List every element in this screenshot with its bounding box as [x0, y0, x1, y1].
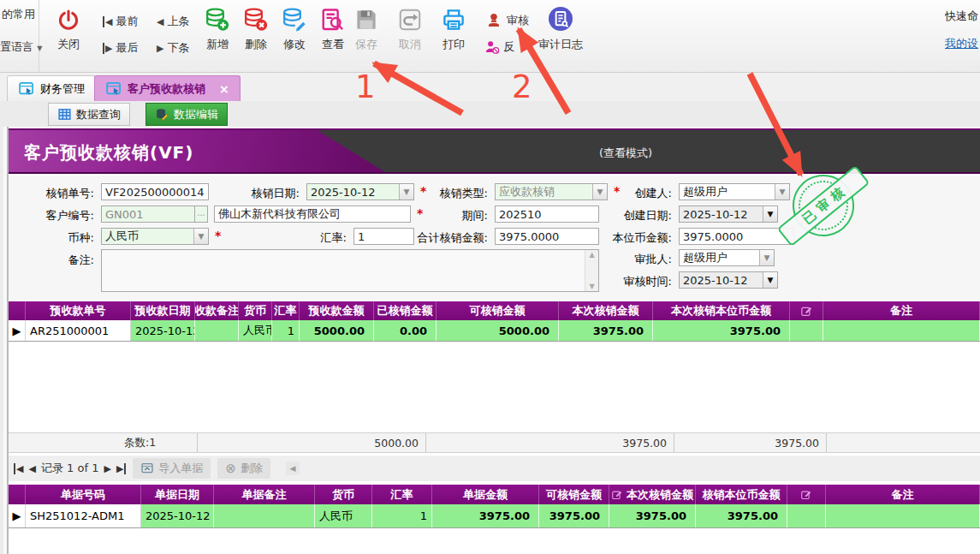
prev-record-button[interactable]: ◀上条 — [157, 14, 189, 29]
tab-customer-prepayment-writeoff[interactable]: 客户预收款核销 × — [94, 75, 241, 101]
col-header[interactable]: 预收款金额 — [300, 301, 374, 320]
col-header[interactable]: 核销本位币金额 — [696, 485, 787, 504]
chevron-down-icon[interactable]: ▼ — [759, 250, 774, 265]
total-amount: 5000.00 — [198, 433, 426, 452]
next-record-button[interactable]: ▶下条 — [157, 40, 189, 56]
modify-button[interactable]: 修改 — [276, 7, 313, 52]
cell-date[interactable]: 2025-10-12 — [141, 504, 214, 527]
unaudit-button[interactable]: 反 — [484, 39, 514, 55]
nav-next-icon[interactable]: ▶ — [104, 463, 110, 474]
save-button[interactable]: 保存 — [347, 7, 385, 52]
col-header[interactable]: 单据备注 — [214, 485, 315, 504]
col-header[interactable]: 已核销金额 — [374, 301, 437, 320]
language-dropdown-arrow[interactable]: ▼ — [37, 45, 42, 52]
currency-combo[interactable]: 人民币 ▼ — [101, 228, 209, 245]
col-header[interactable]: 备注 — [826, 485, 980, 504]
col-header[interactable]: 可核销金额 — [437, 301, 559, 320]
audit-log-button[interactable]: 审计日志 — [532, 5, 589, 52]
chevron-down-icon[interactable]: ▼ — [193, 229, 208, 244]
close-button[interactable]: 关闭 — [50, 9, 87, 52]
cell-doc-no[interactable]: AR251000001 — [26, 320, 131, 341]
cell-remark[interactable] — [214, 504, 315, 527]
cancel-button[interactable]: 取消 — [391, 7, 429, 52]
nav-first-icon[interactable]: ◀ — [14, 463, 23, 474]
prev-icon: ◀ — [157, 16, 163, 27]
tab-close-icon[interactable]: × — [219, 82, 229, 96]
col-header[interactable]: 货币 — [315, 485, 372, 504]
audit-button[interactable]: 审核 — [484, 11, 529, 30]
approver-combo[interactable]: 超级用户 ▼ — [679, 249, 775, 266]
period-field[interactable]: 202510 — [495, 206, 599, 223]
col-header[interactable]: 单据号码 — [26, 485, 141, 504]
total-this-amount: 3975.00 — [426, 433, 674, 452]
cell-currency[interactable]: 人民币 — [315, 504, 372, 527]
writeoff-type-combo[interactable]: 应收款核销 ▼ — [495, 183, 608, 200]
cell-this-base[interactable]: 3975.00 — [653, 320, 790, 341]
add-button[interactable]: 新增 — [199, 7, 236, 52]
cell-available[interactable]: 5000.00 — [437, 320, 559, 341]
col-header[interactable]: 单据金额 — [432, 485, 539, 504]
writeoff-no-field[interactable]: VF202500000014 — [101, 183, 209, 200]
first-record-button[interactable]: ◀最前 — [103, 14, 138, 29]
cell-this-amount[interactable]: 3975.00 — [609, 504, 696, 527]
audit-time-combo[interactable]: 2025-10-12 ▼ — [679, 271, 778, 289]
print-button[interactable]: 打印 — [435, 7, 472, 52]
col-header[interactable]: 预收款日期 — [131, 301, 195, 320]
audit-time-label: 审核时间: — [595, 274, 672, 289]
col-header[interactable]: 预收款单号 — [26, 301, 131, 320]
col-header[interactable]: 本次核销金额 — [559, 301, 653, 320]
col-header[interactable]: 货币 — [239, 301, 272, 320]
customer-name-field[interactable]: 佛山木新代科技有限公司 — [214, 206, 411, 223]
delete-button[interactable]: 删除 — [237, 7, 275, 52]
tab-finance-management[interactable]: 财务管理 — [7, 75, 96, 101]
cell-note[interactable] — [823, 320, 980, 341]
create-date-combo[interactable]: 2025-10-12 ▼ — [679, 206, 778, 223]
document-row[interactable]: ▶ SH251012-ADM1 2025-10-12 人民币 1 3975.00… — [9, 504, 980, 528]
import-documents-button[interactable]: 导入单据 — [133, 458, 211, 479]
cell-written-off[interactable]: 0.00 — [374, 320, 437, 341]
cell-note[interactable] — [826, 504, 980, 527]
nav-prev-icon[interactable]: ◀ — [28, 463, 35, 474]
hscroll-left-icon[interactable]: ◀ — [286, 462, 300, 475]
tab-data-query[interactable]: 数据查询 — [48, 103, 130, 126]
remark-textarea[interactable]: ▲ ▼ — [101, 249, 599, 292]
col-header[interactable]: 收款备注 — [195, 301, 239, 320]
nav-last-icon[interactable]: ▶ — [116, 463, 126, 474]
customer-lookup-button[interactable]: ... — [195, 206, 208, 223]
cell-amount[interactable]: 5000.00 — [300, 320, 374, 341]
last-record-button[interactable]: ▶最后 — [103, 40, 138, 56]
view-button[interactable]: 查看 — [314, 7, 352, 52]
cell-this-amount[interactable]: 3975.00 — [559, 320, 653, 341]
cell-date[interactable]: 2025-10-12 — [131, 320, 195, 341]
chevron-down-icon[interactable]: ▼ — [763, 272, 777, 288]
total-writeoff-field[interactable]: 3975.0000 — [495, 228, 599, 245]
cell-rate[interactable]: 1 — [372, 504, 432, 527]
total-this-base: 3975.00 — [674, 433, 827, 452]
cell-this-base[interactable]: 3975.00 — [696, 504, 787, 527]
chevron-down-icon[interactable]: ▼ — [763, 206, 777, 222]
tab-data-edit[interactable]: 数据编辑 — [146, 103, 228, 126]
col-header[interactable]: 汇率 — [272, 301, 300, 320]
audited-stamp: 已审核 — [788, 170, 858, 240]
cell-remark[interactable] — [195, 320, 239, 341]
col-header[interactable]: 可核销金额 — [539, 485, 609, 504]
cell-rate[interactable]: 1 — [272, 320, 300, 341]
cell-doc-no[interactable]: SH251012-ADM1 — [26, 504, 141, 527]
base-amount-field[interactable]: 3975.0000 — [679, 228, 794, 245]
my-settings-link[interactable]: 我的设 — [945, 36, 980, 51]
delete-detail-button[interactable]: ⊗ 删除 — [217, 458, 270, 479]
col-header[interactable]: 备注 — [823, 301, 980, 320]
col-header[interactable]: 本次核销金额 — [609, 485, 696, 504]
cell-currency[interactable]: 人民币 — [239, 320, 272, 341]
row-marker: ▶ — [9, 504, 26, 527]
creator-combo[interactable]: 超级用户 ▼ — [679, 183, 790, 200]
writeoff-date-combo[interactable]: 2025-10-12 ▼ — [306, 183, 414, 200]
col-header[interactable]: 单据日期 — [141, 485, 214, 504]
cell-available[interactable]: 3975.00 — [539, 504, 609, 527]
col-header[interactable]: 汇率 — [372, 485, 432, 504]
customer-no-field[interactable]: GN001 — [101, 206, 195, 223]
prepayment-row[interactable]: ▶ AR251000001 2025-10-12 人民币 1 5000.00 0… — [9, 320, 980, 342]
cell-amount[interactable]: 3975.00 — [432, 504, 539, 527]
chevron-down-icon[interactable]: ▼ — [775, 184, 789, 200]
col-header[interactable]: 本次核销本位币金额 — [653, 301, 790, 320]
